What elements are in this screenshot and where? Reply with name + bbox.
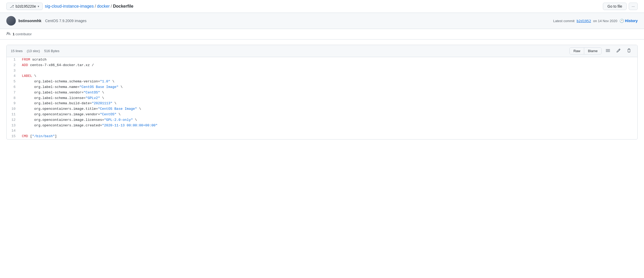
table-row: 7 org.label-schema.vendor="CentOS" \ xyxy=(7,90,637,96)
branch-selector[interactable]: ⎇ b2d195220e ▾ xyxy=(6,3,43,10)
table-row: 8 org.label-schema.license="GPLv2" \ xyxy=(7,96,637,101)
delete-icon-button[interactable] xyxy=(625,47,633,55)
commit-left: bstinsonmhk CentOS 7.9.2009 images xyxy=(6,16,86,26)
top-bar-right: Go to file ··· xyxy=(603,3,638,10)
breadcrumb-current-file: Dockerfile xyxy=(113,4,133,9)
blame-button[interactable]: Blame xyxy=(584,48,601,54)
line-number: 13 xyxy=(7,123,20,128)
table-row: 14 xyxy=(7,128,637,134)
display-icon-button[interactable] xyxy=(604,47,612,55)
table-row: 11 org.opencontainers.image.vendor="Cent… xyxy=(7,112,637,117)
line-content: ADD centos-7-x86_64-docker.tar.xz / xyxy=(20,63,637,68)
breadcrumb-folder-link[interactable]: docker xyxy=(97,4,110,9)
raw-blame-buttons: Raw Blame xyxy=(569,47,602,54)
history-label: History xyxy=(625,19,638,23)
line-content: org.label-schema.name="CentOS Base Image… xyxy=(20,85,637,90)
line-number: 11 xyxy=(7,112,20,117)
commit-date: on 14 Nov 2020 xyxy=(593,19,617,23)
line-number: 12 xyxy=(7,117,20,123)
contributors-text: 1 contributor xyxy=(13,32,32,36)
line-content: org.opencontainers.image.licenses="GPL-2… xyxy=(20,117,637,123)
line-number: 15 xyxy=(7,134,20,139)
line-content: org.opencontainers.image.created="2020-1… xyxy=(20,123,637,128)
line-number: 2 xyxy=(7,63,20,68)
line-content: org.opencontainers.image.title="CentOS B… xyxy=(20,106,637,112)
chevron-down-icon: ▾ xyxy=(38,5,39,8)
line-number: 9 xyxy=(7,101,20,106)
table-row: 5 org.label-schema.schema-version="1.0" … xyxy=(7,79,637,85)
avatar xyxy=(6,16,16,26)
line-content: LABEL \ xyxy=(20,73,637,79)
line-number: 5 xyxy=(7,79,20,85)
line-content: FROM scratch xyxy=(20,57,637,63)
line-content xyxy=(20,68,637,74)
table-row: 12 org.opencontainers.image.licenses="GP… xyxy=(7,117,637,123)
file-viewer: 15 lines (13 sloc) 516 Bytes Raw Blame xyxy=(6,45,638,140)
contributors-bar: 1 contributor xyxy=(0,29,644,39)
commit-right: Latest commit b2d1952 on 14 Nov 2020 🕐 H… xyxy=(553,19,638,23)
breadcrumb-sep-2: / xyxy=(111,4,112,9)
line-number: 1 xyxy=(7,57,20,63)
table-row: 6 org.label-schema.name="CentOS Base Ima… xyxy=(7,85,637,90)
line-content: CMD ["/bin/bash"] xyxy=(20,134,637,139)
go-to-file-button[interactable]: Go to file xyxy=(603,3,627,10)
branch-icon: ⎇ xyxy=(10,4,14,8)
raw-button[interactable]: Raw xyxy=(570,48,584,54)
line-number: 8 xyxy=(7,96,20,101)
top-bar-left: ⎇ b2d195220e ▾ sig-cloud-instance-images… xyxy=(6,3,133,10)
file-size: 516 Bytes xyxy=(44,49,60,53)
table-row: 13 org.opencontainers.image.created="202… xyxy=(7,123,637,128)
file-header: 15 lines (13 sloc) 516 Bytes Raw Blame xyxy=(7,45,637,57)
table-row: 4LABEL \ xyxy=(7,73,637,79)
breadcrumb-sep-1: / xyxy=(95,4,96,9)
file-lines: 15 lines xyxy=(11,49,23,53)
contributors-label: contributor xyxy=(16,32,32,36)
file-sloc: (13 sloc) xyxy=(27,49,40,53)
breadcrumb: sig-cloud-instance-images / docker / Doc… xyxy=(45,4,133,9)
commit-username[interactable]: bstinsonmhk xyxy=(18,19,41,23)
line-content: org.label-schema.license="GPLv2" \ xyxy=(20,96,637,101)
line-number: 14 xyxy=(7,128,20,134)
breadcrumb-repo-link[interactable]: sig-cloud-instance-images xyxy=(45,4,94,9)
more-options-button[interactable]: ··· xyxy=(629,3,638,10)
table-row: 1FROM scratch xyxy=(7,57,637,63)
line-content: org.label-schema.schema-version="1.0" \ xyxy=(20,79,637,85)
table-row: 15CMD ["/bin/bash"] xyxy=(7,134,637,139)
avatar-image xyxy=(6,16,16,26)
edit-icon-button[interactable] xyxy=(614,47,623,55)
history-link[interactable]: 🕐 History xyxy=(619,19,638,23)
commit-hash-link[interactable]: b2d1952 xyxy=(577,19,591,23)
table-row: 9 org.label-schema.build-date="20201113"… xyxy=(7,101,637,106)
table-row: 3 xyxy=(7,68,637,74)
code-table: 1FROM scratch2ADD centos-7-x86_64-docker… xyxy=(7,57,637,139)
line-number: 10 xyxy=(7,106,20,112)
top-bar: ⎇ b2d195220e ▾ sig-cloud-instance-images… xyxy=(0,0,644,13)
line-content: org.label-schema.vendor="CentOS" \ xyxy=(20,90,637,96)
table-row: 2ADD centos-7-x86_64-docker.tar.xz / xyxy=(7,63,637,68)
file-actions: Raw Blame xyxy=(569,47,633,55)
line-number: 4 xyxy=(7,73,20,79)
clock-icon: 🕐 xyxy=(619,19,624,23)
latest-commit-label: Latest commit xyxy=(553,19,574,23)
line-content: org.label-schema.build-date="20201113" \ xyxy=(20,101,637,106)
branch-name: b2d195220e xyxy=(16,4,36,8)
line-number: 7 xyxy=(7,90,20,96)
line-content: org.opencontainers.image.vendor="CentOS"… xyxy=(20,112,637,117)
file-meta: 15 lines (13 sloc) 516 Bytes xyxy=(11,49,60,53)
line-content xyxy=(20,128,637,134)
table-row: 10 org.opencontainers.image.title="CentO… xyxy=(7,106,637,112)
line-number: 3 xyxy=(7,68,20,74)
commit-message: CentOS 7.9.2009 images xyxy=(45,19,86,23)
contributors-icon xyxy=(6,32,11,37)
line-number: 6 xyxy=(7,85,20,90)
commit-bar: bstinsonmhk CentOS 7.9.2009 images Lates… xyxy=(0,13,644,29)
contributors-count: 1 xyxy=(13,32,14,36)
